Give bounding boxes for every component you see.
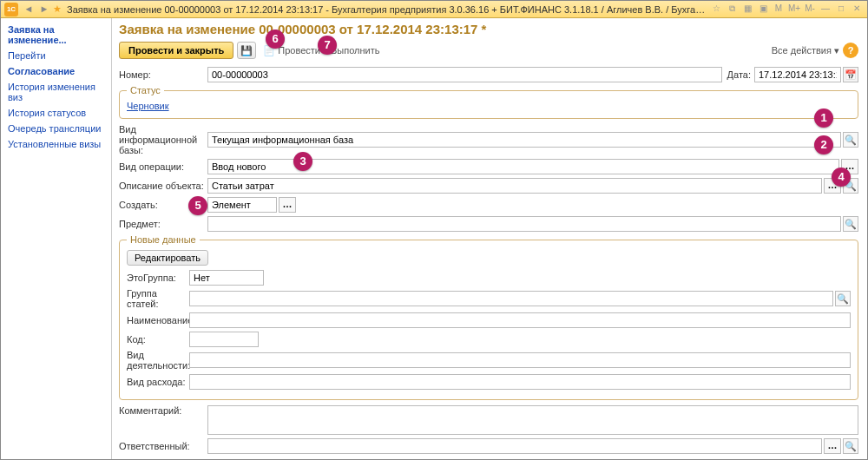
post-label: Провести xyxy=(278,45,320,56)
callout-6: 6 xyxy=(266,30,285,49)
date-field[interactable] xyxy=(754,67,841,82)
isgroup-label: ЭтоГруппа: xyxy=(127,273,189,283)
toolbar-icon[interactable]: ▣ xyxy=(756,3,770,16)
object-label: Описание объекта: xyxy=(119,181,207,191)
object-field[interactable] xyxy=(207,178,822,194)
callout-1: 1 xyxy=(814,108,833,128)
lookup-icon[interactable]: 🔍 xyxy=(843,216,858,232)
code-label: Код: xyxy=(127,334,189,345)
toolbar-text: M+ xyxy=(787,3,801,16)
isgroup-field[interactable] xyxy=(189,270,264,286)
sidebar-item[interactable]: Согласование xyxy=(1,63,111,79)
activity-label: Вид деятельности: xyxy=(127,350,189,371)
toolbar-icon[interactable]: ⧉ xyxy=(725,3,739,16)
toolbar-text: M- xyxy=(803,3,817,16)
callout-3: 3 xyxy=(293,152,312,171)
subject-field[interactable] xyxy=(207,216,841,232)
operation-label: Вид операции: xyxy=(119,161,207,172)
newdata-group: Новые данные Редактировать ЭтоГруппа: Гр… xyxy=(119,234,858,400)
sidebar-item[interactable]: История статусов xyxy=(1,105,111,121)
titlebar-right: ☆ ⧉ ▦ ▣ M M+ M- — □ ✕ xyxy=(709,3,864,16)
date-label: Дата: xyxy=(727,69,751,80)
content-area: Заявка на изменение 00-00000003 от 17.12… xyxy=(112,18,867,459)
minimize-icon[interactable]: — xyxy=(819,3,832,16)
calendar-icon[interactable]: 📅 xyxy=(843,67,858,82)
toolbar: Провести и закрыть 💾 📄Провести Выполнить… xyxy=(119,42,858,59)
status-group: Статус Черновик xyxy=(119,85,858,119)
number-field[interactable] xyxy=(207,67,722,82)
window-titlebar: 1C ◄ ► ★ Заявка на изменение 00-00000003… xyxy=(1,1,867,18)
lookup-icon[interactable]: 🔍 xyxy=(843,438,858,454)
toolbar-text: M xyxy=(772,3,786,16)
toolbar-icon[interactable]: ▦ xyxy=(740,3,754,16)
favorite-icon[interactable]: ★ xyxy=(53,3,62,15)
artgroup-label: Группа статей: xyxy=(127,288,189,309)
code-field[interactable] xyxy=(189,332,259,347)
create-field[interactable] xyxy=(207,197,277,213)
infobase-label: Вид информационной базы: xyxy=(119,124,207,155)
window-title: Заявка на изменение 00-00000003 от 17.12… xyxy=(67,4,709,15)
close-icon[interactable]: ✕ xyxy=(850,3,864,16)
post-and-close-button[interactable]: Провести и закрыть xyxy=(119,42,233,59)
all-actions-menu[interactable]: Все действия ▾ xyxy=(772,45,839,56)
responsible-field[interactable] xyxy=(207,438,822,454)
edit-button[interactable]: Редактировать xyxy=(127,250,208,266)
name-label: Наименование: xyxy=(127,315,189,325)
lookup-icon[interactable]: 🔍 xyxy=(835,291,851,306)
name-field[interactable] xyxy=(189,312,851,328)
sidebar-item[interactable]: Очередь трансляции xyxy=(1,121,111,136)
nav-sidebar: Заявка на изменение... Перейти Согласова… xyxy=(1,18,112,459)
dots-icon[interactable]: … xyxy=(279,197,296,213)
sidebar-item[interactable]: Перейти xyxy=(1,48,111,63)
activity-field[interactable] xyxy=(189,352,851,368)
callout-5: 5 xyxy=(188,196,207,215)
callout-4: 4 xyxy=(832,168,851,187)
callout-2: 2 xyxy=(814,135,833,154)
nav-back-icon[interactable]: ◄ xyxy=(22,3,36,16)
expense-label: Вид расхода: xyxy=(127,377,189,387)
status-legend: Статус xyxy=(127,85,164,95)
callout-7: 7 xyxy=(318,36,337,55)
responsible-label: Ответственный: xyxy=(119,441,207,451)
artgroup-field[interactable] xyxy=(189,291,833,306)
lookup-icon[interactable]: 🔍 xyxy=(843,132,858,148)
subject-label: Предмет: xyxy=(119,219,207,229)
sidebar-item[interactable]: Заявка на изменение... xyxy=(1,22,111,48)
newdata-legend: Новые данные xyxy=(127,234,200,245)
sidebar-item[interactable]: Установленные визы xyxy=(1,136,111,152)
expense-field[interactable] xyxy=(189,374,851,390)
infobase-field[interactable] xyxy=(207,132,841,148)
toolbar-icon[interactable]: ☆ xyxy=(709,3,723,16)
save-icon[interactable]: 💾 xyxy=(237,42,256,59)
nav-fwd-icon[interactable]: ► xyxy=(37,3,51,16)
document-title: Заявка на изменение 00-00000003 от 17.12… xyxy=(119,22,858,36)
app-icon: 1C xyxy=(4,3,18,16)
help-icon[interactable]: ? xyxy=(843,43,858,58)
comment-field[interactable] xyxy=(207,405,858,435)
status-link[interactable]: Черновик xyxy=(127,101,169,111)
comment-label: Комментарий: xyxy=(119,405,207,416)
number-label: Номер: xyxy=(119,69,207,80)
sidebar-item[interactable]: История изменения виз xyxy=(1,79,111,105)
dots-icon[interactable]: … xyxy=(824,438,841,454)
maximize-icon[interactable]: □ xyxy=(834,3,848,16)
